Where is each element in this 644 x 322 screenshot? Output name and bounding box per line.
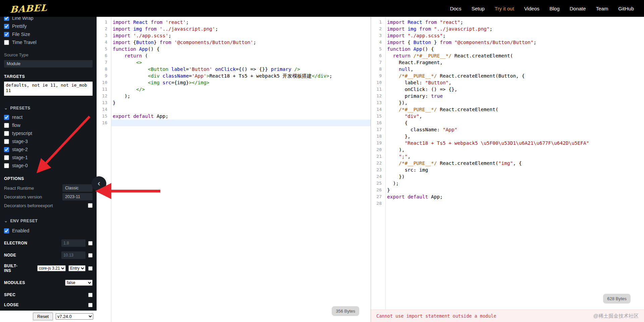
code-line[interactable]: 10 <img src={img}></img> bbox=[97, 79, 371, 86]
code-line[interactable]: 19 "React18 + Ts5 + webpack5 \u5F00\u53D… bbox=[371, 140, 644, 146]
code-line[interactable]: 10 label: "Button", bbox=[371, 79, 644, 86]
line-content[interactable]: React.Fragment, bbox=[386, 59, 644, 66]
presets-header[interactable]: ⌄ PRESETS bbox=[4, 106, 93, 110]
preset-stage-1-checkbox[interactable] bbox=[4, 155, 9, 160]
builtins-corejs-select[interactable]: core-js 3.21 bbox=[37, 265, 66, 271]
nav-item-videos[interactable]: Videos bbox=[524, 6, 540, 11]
preset-typescript[interactable]: typescript bbox=[4, 129, 93, 137]
line-content[interactable]: "div", bbox=[386, 113, 644, 120]
code-line[interactable]: 20 ), bbox=[371, 146, 644, 153]
code-line[interactable]: 13 }), bbox=[371, 99, 644, 106]
code-line[interactable]: 14 bbox=[97, 106, 371, 113]
line-content[interactable]: export default App; bbox=[386, 193, 644, 200]
code-line[interactable]: 1import React from "react"; bbox=[371, 19, 644, 26]
code-line[interactable]: 26} bbox=[371, 187, 644, 193]
code-line[interactable]: 9 /*#__PURE__*/ React.createElement(Butt… bbox=[371, 73, 644, 79]
line-content[interactable]: function App() { bbox=[386, 46, 644, 52]
line-content[interactable] bbox=[111, 120, 371, 126]
toggle-prettify[interactable]: Prettify bbox=[4, 22, 93, 30]
line-content[interactable]: import React from "react"; bbox=[386, 19, 644, 26]
electron-version-input[interactable] bbox=[61, 239, 86, 247]
line-content[interactable]: label: "Button", bbox=[386, 79, 644, 86]
nav-item-github[interactable]: GitHub bbox=[618, 6, 634, 11]
spec-checkbox[interactable] bbox=[88, 293, 93, 297]
line-content[interactable]: }) bbox=[386, 173, 644, 180]
line-content[interactable]: className: "App" bbox=[386, 126, 644, 133]
toggle-line-wrap-checkbox[interactable] bbox=[4, 17, 9, 21]
code-line[interactable]: 6 return ( bbox=[97, 52, 371, 59]
line-content[interactable]: </> bbox=[111, 86, 371, 93]
code-line[interactable]: 11 </> bbox=[97, 86, 371, 93]
line-content[interactable] bbox=[386, 200, 644, 207]
nav-item-setup[interactable]: Setup bbox=[472, 6, 485, 11]
line-content[interactable]: src: img bbox=[386, 167, 644, 173]
line-content[interactable]: { bbox=[386, 120, 644, 126]
code-line[interactable]: 25 ); bbox=[371, 180, 644, 187]
code-line[interactable]: 15 "div", bbox=[371, 113, 644, 120]
preset-stage-3[interactable]: stage-3 bbox=[4, 137, 93, 145]
preset-flow[interactable]: flow bbox=[4, 121, 93, 129]
modules-select[interactable]: false bbox=[65, 280, 93, 286]
toggle-time-travel[interactable]: Time Travel bbox=[4, 38, 93, 46]
toggle-file-size-checkbox[interactable] bbox=[4, 32, 9, 37]
line-content[interactable]: }, bbox=[386, 133, 644, 140]
targets-input[interactable]: defaults, not ie 11, not ie_mob 11 bbox=[4, 82, 93, 96]
line-content[interactable]: } bbox=[386, 187, 644, 193]
line-content[interactable]: ), bbox=[386, 146, 644, 153]
line-content[interactable]: ); bbox=[111, 93, 371, 99]
code-line[interactable]: 16 { bbox=[371, 120, 644, 126]
nav-item-docs[interactable]: Docs bbox=[450, 6, 461, 11]
code-line[interactable]: 7 <> bbox=[97, 59, 371, 66]
code-line[interactable]: 23 src: img bbox=[371, 167, 644, 173]
preset-react-checkbox[interactable] bbox=[4, 115, 9, 120]
code-line[interactable]: 18 }, bbox=[371, 133, 644, 140]
code-line[interactable]: 14 /*#__PURE__*/ React.createElement( bbox=[371, 106, 644, 113]
line-content[interactable]: ); bbox=[386, 180, 644, 187]
toggle-prettify-checkbox[interactable] bbox=[4, 24, 9, 29]
babel-logo[interactable]: Babel bbox=[10, 2, 48, 15]
preset-stage-0[interactable]: stage-0 bbox=[4, 162, 93, 170]
sidebar-collapse-button[interactable]: ‹ bbox=[92, 176, 106, 191]
env-preset-header[interactable]: ⌄ ENV PRESET bbox=[4, 219, 93, 223]
code-line[interactable]: 13} bbox=[97, 99, 371, 106]
source-type-select[interactable]: Module bbox=[4, 60, 93, 67]
code-line[interactable]: 3import './app.scss'; bbox=[97, 32, 371, 39]
babel-version-select[interactable]: v7.24.0 bbox=[56, 313, 93, 320]
code-line[interactable]: 4import { Button } from "@components/But… bbox=[371, 39, 644, 46]
nav-item-donate[interactable]: Donate bbox=[570, 6, 586, 11]
preset-stage-2[interactable]: stage-2 bbox=[4, 145, 93, 153]
preset-stage-1[interactable]: stage-1 bbox=[4, 153, 93, 162]
line-content[interactable] bbox=[111, 106, 371, 113]
preset-stage-2-checkbox[interactable] bbox=[4, 147, 9, 152]
code-line[interactable]: 4import {Button} from '@components/Butto… bbox=[97, 39, 371, 46]
code-line[interactable]: 5function App() { bbox=[371, 46, 644, 52]
decorators-before-export-checkbox[interactable] bbox=[88, 203, 93, 208]
code-line[interactable]: 6 return /*#__PURE__*/ React.createEleme… bbox=[371, 52, 644, 59]
code-line[interactable]: 22 /*#__PURE__*/ React.createElement("im… bbox=[371, 160, 644, 167]
preset-flow-checkbox[interactable] bbox=[4, 123, 9, 128]
compiled-code-view[interactable]: 1import React from "react";2import img f… bbox=[371, 17, 644, 207]
line-content[interactable]: <div className='App'>React18 + Ts5 + web… bbox=[111, 73, 371, 79]
builtins-checkbox[interactable] bbox=[88, 266, 93, 271]
toggle-time-travel-checkbox[interactable] bbox=[4, 40, 9, 45]
code-line[interactable]: 24 }) bbox=[371, 173, 644, 180]
electron-checkbox[interactable] bbox=[88, 241, 93, 245]
loose-checkbox[interactable] bbox=[88, 303, 93, 307]
line-content[interactable]: /*#__PURE__*/ React.createElement( bbox=[386, 106, 644, 113]
env-enabled-checkbox[interactable] bbox=[4, 228, 9, 233]
node-version-input[interactable] bbox=[61, 251, 86, 259]
nav-item-blog[interactable]: Blog bbox=[549, 6, 559, 11]
nav-item-try-it-out[interactable]: Try it out bbox=[495, 6, 514, 11]
reset-button[interactable]: Reset bbox=[33, 313, 53, 320]
preset-react[interactable]: react bbox=[4, 113, 93, 121]
line-content[interactable]: export default App; bbox=[111, 113, 371, 120]
preset-stage-3-checkbox[interactable] bbox=[4, 139, 9, 144]
line-content[interactable]: return ( bbox=[111, 52, 371, 59]
line-content[interactable]: null, bbox=[386, 66, 644, 73]
code-line[interactable]: 7 React.Fragment, bbox=[371, 59, 644, 66]
code-line[interactable]: 11 onClick: () => {}, bbox=[371, 86, 644, 93]
line-content[interactable]: /*#__PURE__*/ React.createElement(Button… bbox=[386, 73, 644, 79]
preset-stage-0-checkbox[interactable] bbox=[4, 163, 9, 168]
code-line[interactable]: 15export default App; bbox=[97, 113, 371, 120]
line-content[interactable]: import img from "../javascript.png"; bbox=[386, 26, 644, 32]
